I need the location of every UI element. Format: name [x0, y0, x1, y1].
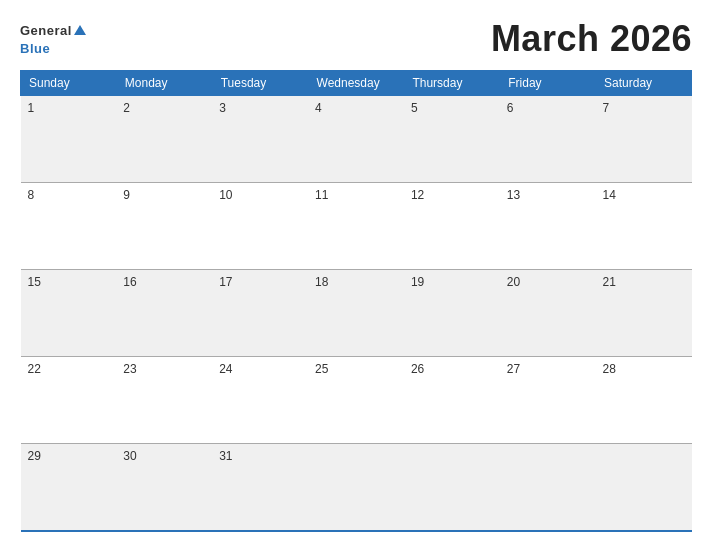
logo: General Blue: [20, 21, 86, 57]
calendar-cell: 21: [596, 270, 692, 357]
day-header-friday: Friday: [500, 71, 596, 96]
calendar-cell: 2: [116, 96, 212, 183]
calendar-cell: [596, 444, 692, 531]
logo-general-text: General: [20, 23, 72, 38]
month-title: March 2026: [491, 18, 692, 60]
calendar-cell: 30: [116, 444, 212, 531]
calendar-table: SundayMondayTuesdayWednesdayThursdayFrid…: [20, 70, 692, 532]
calendar-cell: 7: [596, 96, 692, 183]
calendar-cell: [404, 444, 500, 531]
calendar-cell: 25: [308, 357, 404, 444]
logo-blue-text: Blue: [20, 41, 50, 56]
calendar-cell: 26: [404, 357, 500, 444]
calendar-cell: 5: [404, 96, 500, 183]
calendar-cell: 23: [116, 357, 212, 444]
calendar-cell: [500, 444, 596, 531]
logo-triangle-icon: [74, 25, 86, 35]
calendar-cell: 28: [596, 357, 692, 444]
week-row-2: 891011121314: [21, 183, 692, 270]
week-row-3: 15161718192021: [21, 270, 692, 357]
calendar-cell: 1: [21, 96, 117, 183]
calendar-cell: 14: [596, 183, 692, 270]
calendar-cell: 18: [308, 270, 404, 357]
calendar-cell: 6: [500, 96, 596, 183]
calendar-cell: 24: [212, 357, 308, 444]
calendar-cell: 10: [212, 183, 308, 270]
calendar-cell: 22: [21, 357, 117, 444]
week-row-5: 293031: [21, 444, 692, 531]
day-header-wednesday: Wednesday: [308, 71, 404, 96]
calendar-cell: 4: [308, 96, 404, 183]
calendar-header: SundayMondayTuesdayWednesdayThursdayFrid…: [21, 71, 692, 96]
calendar-cell: 17: [212, 270, 308, 357]
days-of-week-row: SundayMondayTuesdayWednesdayThursdayFrid…: [21, 71, 692, 96]
calendar-cell: 15: [21, 270, 117, 357]
calendar-cell: 31: [212, 444, 308, 531]
calendar-cell: 12: [404, 183, 500, 270]
calendar-cell: 13: [500, 183, 596, 270]
calendar-cell: 27: [500, 357, 596, 444]
day-header-tuesday: Tuesday: [212, 71, 308, 96]
week-row-4: 22232425262728: [21, 357, 692, 444]
calendar-body: 1234567891011121314151617181920212223242…: [21, 96, 692, 532]
header: General Blue March 2026: [20, 18, 692, 60]
calendar-cell: 9: [116, 183, 212, 270]
day-header-sunday: Sunday: [21, 71, 117, 96]
calendar-cell: 20: [500, 270, 596, 357]
calendar-cell: 8: [21, 183, 117, 270]
day-header-monday: Monday: [116, 71, 212, 96]
week-row-1: 1234567: [21, 96, 692, 183]
calendar-cell: 16: [116, 270, 212, 357]
calendar-cell: 11: [308, 183, 404, 270]
calendar-cell: [308, 444, 404, 531]
logo-bottom: Blue: [20, 39, 50, 57]
calendar-cell: 3: [212, 96, 308, 183]
calendar-cell: 19: [404, 270, 500, 357]
day-header-thursday: Thursday: [404, 71, 500, 96]
calendar-cell: 29: [21, 444, 117, 531]
logo-top: General: [20, 21, 86, 39]
day-header-saturday: Saturday: [596, 71, 692, 96]
